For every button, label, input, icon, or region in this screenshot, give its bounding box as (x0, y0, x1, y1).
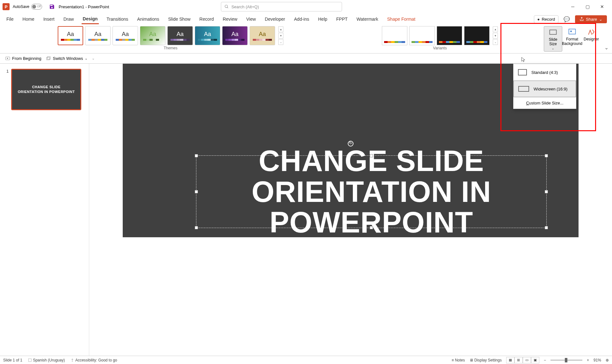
share-icon (579, 17, 584, 21)
group-variants-label: Variants (433, 46, 447, 50)
format-background-button[interactable]: Format Background (563, 26, 581, 47)
close-button[interactable]: ✕ (595, 2, 609, 12)
status-language[interactable]: Spanish (Uruguay) (28, 358, 65, 362)
variant-swatch-2[interactable] (409, 26, 435, 45)
tab-shape-format[interactable]: Shape Format (386, 15, 417, 24)
zoom-slider[interactable] (550, 360, 582, 361)
tab-record[interactable]: Record (198, 15, 215, 24)
search-input[interactable]: Search (Alt+Q) (221, 2, 342, 11)
ribbon-collapse-button[interactable]: ⌄ (603, 26, 609, 52)
slide-number: 1 (6, 69, 9, 110)
search-placeholder: Search (Alt+Q) (231, 4, 259, 9)
designer-label: Designer (584, 37, 599, 41)
tab-home[interactable]: Home (21, 15, 36, 24)
theme-swatch-8[interactable]: Aa (250, 26, 275, 45)
resize-handle[interactable] (370, 226, 373, 229)
quick-overflow-button[interactable]: ⌄ (92, 56, 95, 61)
tab-file[interactable]: File (5, 15, 15, 24)
theme-swatch-1[interactable]: Aa (58, 26, 83, 45)
variant-swatch-3[interactable] (437, 26, 462, 45)
slide-thumbnail-1[interactable]: CHANGE SLIDE ORIENTATION IN POWERPOINT (11, 69, 81, 110)
title-text-box[interactable]: CHANGE SLIDE ORIENTATION IN POWERPOINT (196, 155, 547, 228)
slide-size-icon (549, 28, 557, 37)
resize-handle[interactable] (195, 226, 198, 229)
status-slide-info: Slide 1 of 1 (3, 358, 22, 362)
slide-canvas[interactable]: CHANGE SLIDE ORIENTATION IN POWERPOINT (123, 64, 579, 237)
autosave-toggle[interactable] (31, 4, 42, 10)
resize-handle[interactable] (545, 154, 548, 157)
status-accessibility[interactable]: Accessibility: Good to go (70, 358, 117, 362)
theme-swatch-3[interactable]: Aa (113, 26, 138, 45)
tab-slideshow[interactable]: Slide Show (167, 15, 192, 24)
minimize-button[interactable]: ─ (565, 2, 580, 12)
resize-handle[interactable] (195, 190, 198, 193)
tab-draw[interactable]: Draw (62, 15, 75, 24)
view-sorter-button[interactable]: ⊞ (514, 357, 523, 363)
tab-watermark[interactable]: Watermark (355, 15, 380, 24)
svg-rect-6 (47, 57, 49, 60)
view-normal-button[interactable]: ▦ (506, 357, 514, 363)
designer-button[interactable]: Designer (582, 26, 601, 43)
themes-gallery-spinner[interactable]: ▲▼⌄ (278, 26, 283, 45)
tab-fppt[interactable]: FPPT (335, 15, 349, 24)
menu-custom-slide-size[interactable]: Custom Slide Size... (514, 97, 576, 109)
variant-swatch-1[interactable] (382, 26, 407, 45)
from-beginning-label: From Beginning (12, 56, 41, 61)
variant-swatch-4[interactable] (464, 26, 490, 45)
tab-view[interactable]: View (245, 15, 257, 24)
slide-size-button[interactable]: Slide Size ⌄ (544, 26, 562, 52)
menu-standard-4-3[interactable]: Standard (4:3) (514, 64, 576, 81)
display-settings-button[interactable]: 🖥 Display Settings (470, 358, 502, 362)
theme-swatch-4[interactable]: Aa (140, 26, 165, 45)
zoom-out-button[interactable]: − (544, 358, 546, 362)
svg-rect-3 (569, 29, 576, 34)
view-slideshow-button[interactable]: ▣ (531, 357, 539, 363)
comments-icon[interactable]: 💬 (562, 15, 572, 24)
resize-handle[interactable] (370, 154, 373, 157)
designer-icon (587, 27, 596, 36)
notes-button[interactable]: ≡ Notes (452, 358, 465, 362)
resize-handle[interactable] (545, 226, 548, 229)
save-icon[interactable] (49, 4, 55, 10)
menu-widescreen-16-9[interactable]: Widescreen (16:9) (514, 81, 576, 97)
svg-point-9 (72, 359, 73, 359)
record-label: Record (542, 17, 555, 22)
tab-review[interactable]: Review (222, 15, 239, 24)
theme-swatch-6[interactable]: Aa (195, 26, 220, 45)
view-reading-button[interactable]: ▭ (523, 357, 531, 363)
theme-swatch-5[interactable]: Aa (167, 26, 193, 45)
resize-handle[interactable] (195, 154, 198, 157)
zoom-level[interactable]: 91% (594, 358, 601, 362)
slide-size-menu: Standard (4:3) Widescreen (16:9) Custom … (513, 64, 576, 109)
share-button[interactable]: Share ⌄ (575, 15, 607, 23)
menu-standard-label: Standard (4:3) (531, 70, 558, 75)
from-beginning-button[interactable]: From Beginning (5, 56, 41, 61)
notes-label: Notes (455, 358, 465, 362)
record-button[interactable]: Record (534, 15, 559, 23)
theme-swatch-2[interactable]: Aa (85, 26, 111, 45)
menu-custom-accel: C (526, 101, 529, 105)
tab-transitions[interactable]: Transitions (105, 15, 129, 24)
fit-to-window-button[interactable]: ⊕ (606, 358, 609, 362)
autosave-label: AutoSave (13, 4, 29, 9)
ratio-4-3-icon (518, 69, 527, 75)
cursor-icon (521, 57, 526, 62)
accessibility-icon (70, 358, 74, 362)
zoom-in-button[interactable]: + (587, 358, 589, 362)
tab-developer[interactable]: Developer (264, 15, 287, 24)
resize-handle[interactable] (545, 190, 548, 193)
tab-help[interactable]: Help (317, 15, 329, 24)
switch-windows-button[interactable]: Switch Windows ⌄ (46, 56, 88, 61)
tab-addins[interactable]: Add-ins (293, 15, 310, 24)
svg-rect-8 (29, 359, 32, 361)
display-label: Display Settings (474, 358, 502, 362)
tab-design[interactable]: Design (82, 14, 99, 24)
switch-windows-label: Switch Windows (53, 56, 83, 61)
svg-point-0 (225, 5, 228, 8)
tab-animations[interactable]: Animations (136, 15, 160, 24)
maximize-button[interactable]: ▢ (580, 2, 595, 12)
tab-insert[interactable]: Insert (42, 15, 56, 24)
theme-swatch-7[interactable]: Aa (222, 26, 248, 45)
variants-gallery-spinner[interactable]: ▲▼⌄ (493, 26, 498, 45)
thumb-title-line1: CHANGE SLIDE (32, 85, 61, 89)
